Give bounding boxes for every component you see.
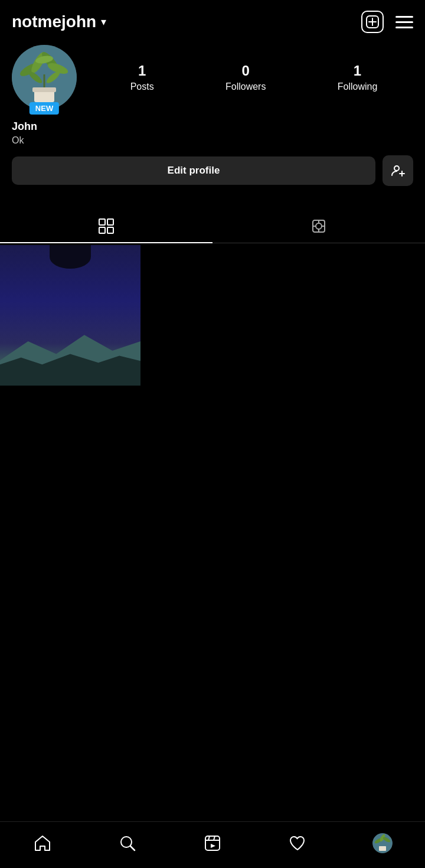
following-count: 1 (354, 63, 361, 79)
nav-avatar-image (372, 833, 393, 853)
posts-grid (0, 245, 425, 386)
nav-profile[interactable] (365, 830, 400, 856)
new-badge: NEW (30, 102, 59, 115)
reels-icon (204, 834, 221, 852)
svg-point-14 (394, 166, 399, 171)
profile-name: John (12, 120, 413, 133)
hamburger-line-2 (395, 21, 413, 23)
action-buttons: Edit profile (12, 155, 413, 186)
profile-stats: 1 Posts 0 Followers 1 Following (94, 63, 413, 92)
post-item-1[interactable] (0, 245, 140, 386)
profile-section: NEW 1 Posts 0 Followers 1 Following John… (0, 39, 425, 198)
header-right (361, 11, 413, 33)
add-post-svg-icon (366, 15, 379, 28)
heart-icon (289, 834, 306, 852)
post-image-1 (0, 245, 140, 386)
avatar[interactable] (12, 45, 77, 110)
followers-stat[interactable]: 0 Followers (225, 63, 266, 92)
following-stat[interactable]: 1 Following (338, 63, 378, 92)
add-friend-icon (391, 164, 405, 178)
avatar-image (12, 45, 77, 110)
chevron-down-icon[interactable]: ▾ (101, 15, 106, 28)
followers-label: Followers (225, 81, 266, 92)
add-post-button[interactable] (361, 11, 384, 33)
home-icon (34, 834, 51, 852)
header: notmejohn ▾ (0, 0, 425, 39)
posts-label: Posts (130, 81, 154, 92)
svg-line-28 (130, 846, 135, 850)
hamburger-line-1 (395, 16, 413, 18)
following-label: Following (338, 81, 378, 92)
add-friend-button[interactable] (382, 155, 413, 186)
tab-grid[interactable] (0, 210, 212, 243)
nav-search[interactable] (110, 830, 145, 856)
header-left: notmejohn ▾ (12, 12, 106, 31)
svg-line-32 (214, 836, 215, 840)
grid-icon (98, 218, 115, 234)
menu-button[interactable] (395, 16, 413, 28)
tagged-icon (310, 218, 327, 234)
profile-top: NEW 1 Posts 0 Followers 1 Following (12, 45, 413, 110)
hamburger-line-3 (395, 27, 413, 28)
avatar-wrap: NEW (12, 45, 77, 110)
svg-point-22 (316, 223, 322, 229)
figure-shape (50, 245, 91, 269)
nav-profile-avatar (372, 833, 393, 853)
svg-rect-34 (379, 846, 386, 851)
posts-stat[interactable]: 1 Posts (130, 63, 154, 92)
tab-tagged[interactable] (212, 210, 425, 243)
nav-home[interactable] (25, 830, 60, 856)
nav-reels[interactable] (195, 830, 230, 856)
svg-rect-29 (205, 836, 220, 850)
nav-activity[interactable] (280, 830, 315, 856)
svg-rect-19 (99, 227, 105, 233)
svg-rect-5 (32, 87, 56, 92)
edit-profile-button[interactable]: Edit profile (12, 156, 375, 185)
profile-bio: Ok (12, 135, 413, 146)
svg-rect-18 (107, 219, 113, 225)
followers-count: 0 (242, 63, 250, 79)
bottom-navigation (0, 821, 425, 868)
username-label[interactable]: notmejohn (12, 12, 96, 31)
search-icon (119, 834, 136, 852)
svg-rect-20 (107, 227, 113, 233)
svg-rect-17 (99, 219, 105, 225)
profile-tabs (0, 210, 425, 243)
posts-count: 1 (138, 63, 146, 79)
svg-line-31 (208, 836, 210, 840)
